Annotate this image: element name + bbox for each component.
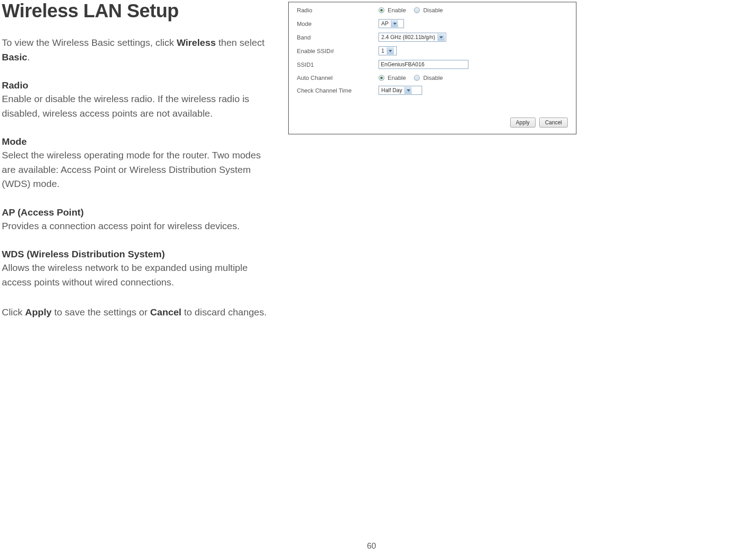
intro-wireless-bold: Wireless (177, 37, 216, 48)
check-channel-time-select[interactable]: Half Day (379, 86, 422, 95)
closing-text: to discard changes. (182, 307, 267, 317)
auto-channel-disable-text: Disable (423, 74, 443, 81)
section-ap-body: Provides a connection access point for w… (2, 219, 270, 233)
section-mode-title: Mode (2, 136, 270, 147)
closing-paragraph: Click Apply to save the settings or Canc… (2, 305, 270, 319)
settings-panel: Radio Enable Disable Mode AP (288, 2, 576, 134)
section-wds-body: Allows the wireless network to be expand… (2, 260, 270, 289)
auto-channel-enable-text: Enable (388, 74, 406, 81)
section-radio-title: Radio (2, 80, 270, 91)
chevron-down-icon (387, 47, 394, 54)
check-channel-time-value: Half Day (380, 87, 403, 93)
radio-enable-text: Enable (388, 7, 406, 14)
radio-disable-text: Disable (423, 7, 443, 14)
cancel-button[interactable]: Cancel (539, 118, 568, 128)
check-channel-time-label: Check Channel Time (297, 87, 379, 94)
mode-label: Mode (297, 20, 379, 27)
closing-apply-bold: Apply (25, 307, 51, 317)
intro-basic-bold: Basic (2, 52, 27, 62)
radio-enable-radio[interactable] (379, 7, 384, 13)
section-wds-title: WDS (Wireless Distribution System) (2, 249, 270, 260)
radio-disable-radio[interactable] (414, 7, 420, 13)
enable-ssid-select-value: 1 (380, 48, 386, 54)
page-number: 60 (367, 541, 376, 551)
closing-text: to save the settings or (52, 307, 150, 317)
enable-ssid-label: Enable SSID# (297, 48, 379, 54)
mode-select-value: AP (380, 20, 390, 27)
ssid1-label: SSID1 (297, 61, 379, 68)
chevron-down-icon (391, 20, 398, 27)
auto-channel-disable-radio[interactable] (414, 75, 420, 81)
closing-text: Click (2, 307, 25, 317)
band-select[interactable]: 2.4 GHz (802.11b/g/n) (379, 33, 446, 42)
chevron-down-icon (404, 87, 412, 94)
apply-button[interactable]: Apply (510, 118, 536, 128)
intro-paragraph: To view the Wireless Basic settings, cli… (2, 35, 270, 64)
auto-channel-label: Auto Channel (297, 74, 379, 81)
section-mode-body: Select the wireless operating mode for t… (2, 148, 270, 191)
page-title: Wireless LAN Setup (2, 0, 270, 22)
section-radio-body: Enable or disable the wireless radio. If… (2, 92, 270, 120)
intro-text: To view the Wireless Basic settings, cli… (2, 37, 177, 48)
closing-cancel-bold: Cancel (150, 307, 182, 317)
radio-label: Radio (297, 7, 379, 14)
section-ap-title: AP (Access Point) (2, 207, 270, 218)
ssid1-input-value: EnGeniusFBA016 (381, 61, 424, 68)
intro-text: . (27, 52, 30, 62)
ssid1-input[interactable]: EnGeniusFBA016 (379, 60, 468, 69)
band-label: Band (297, 34, 379, 41)
enable-ssid-select[interactable]: 1 (379, 46, 397, 55)
intro-text: then select (216, 37, 264, 48)
mode-select[interactable]: AP (379, 19, 404, 28)
band-select-value: 2.4 GHz (802.11b/g/n) (380, 34, 437, 40)
auto-channel-enable-radio[interactable] (379, 75, 384, 81)
chevron-down-icon (438, 34, 445, 41)
